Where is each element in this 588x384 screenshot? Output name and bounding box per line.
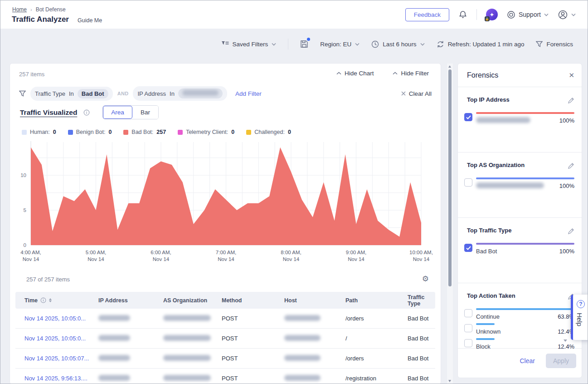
- checkbox[interactable]: [464, 309, 472, 317]
- legend-swatch: [178, 130, 183, 135]
- scrollbar-up-arrow[interactable]: [448, 65, 451, 68]
- svg-text:10: 10: [20, 172, 26, 178]
- table-row[interactable]: Nov 14 2025, 10:05:0... POST /orders Bad…: [15, 309, 435, 329]
- close-icon[interactable]: ✕: [569, 71, 574, 79]
- table-row[interactable]: Nov 14 2025, 10:05:07... POST /orders Ba…: [15, 349, 435, 369]
- scroll-down-indicator-icon[interactable]: [564, 340, 567, 342]
- checkbox[interactable]: [464, 244, 472, 252]
- legend-item-human[interactable]: Human: 0: [22, 129, 56, 135]
- guide-me-link[interactable]: Guide Me: [78, 17, 102, 24]
- sort-icon[interactable]: [49, 298, 52, 302]
- legend-item-telemetry-client[interactable]: Telemetry Client: 0: [178, 129, 234, 135]
- breadcrumb-current: Bot Defense: [36, 6, 66, 13]
- apply-button[interactable]: Apply: [546, 354, 576, 368]
- filter-connector: AND: [117, 91, 129, 96]
- edit-pencil-icon[interactable]: [568, 162, 574, 169]
- clear-button[interactable]: Clear: [520, 357, 535, 364]
- filter-chip-traffic-type[interactable]: Traffic Type In Bad Bot: [30, 87, 113, 101]
- support-menu[interactable]: Support: [507, 10, 549, 19]
- forensics-footer: Clear Apply: [458, 349, 582, 373]
- redacted-host: [284, 375, 321, 381]
- chip-value[interactable]: Bad Bot: [78, 89, 108, 98]
- breadcrumb-home-link[interactable]: Home: [12, 6, 27, 13]
- edit-pencil-icon[interactable]: [568, 228, 574, 235]
- svg-text:Nov 14: Nov 14: [87, 256, 104, 262]
- section-title: Top Action Taken: [464, 292, 574, 299]
- forensics-label: Forensics: [546, 41, 573, 48]
- legend-item-benign-bot[interactable]: Benign Bot: 0: [68, 129, 112, 135]
- checkbox[interactable]: [464, 339, 472, 347]
- time-link[interactable]: Nov 14 2025, 10:05:07...: [24, 355, 98, 362]
- filter-chip-ip-address[interactable]: IP Address In: [133, 86, 227, 101]
- checkbox[interactable]: [464, 113, 472, 121]
- info-icon[interactable]: [40, 297, 46, 303]
- redacted-ip: [98, 375, 130, 381]
- traffic-analyzer-panel: 257 items Hide Chart Hide Filter Traffic…: [10, 63, 441, 384]
- scrollbar-down-arrow[interactable]: [448, 380, 451, 382]
- legend-swatch: [246, 130, 251, 135]
- column-header-path[interactable]: Path: [345, 297, 408, 304]
- clear-all-button[interactable]: Clear All: [401, 90, 432, 97]
- saved-filters-dropdown[interactable]: Saved Filters: [222, 41, 277, 48]
- feedback-button[interactable]: Feedback: [405, 8, 449, 21]
- traffic-visualized-title[interactable]: Traffic Visualized: [20, 108, 77, 117]
- chevron-down-icon: [272, 43, 276, 46]
- column-header-ip[interactable]: IP Address: [98, 297, 163, 304]
- forensics-toggle-button[interactable]: Forensics: [536, 41, 573, 48]
- method-cell: POST: [222, 355, 284, 362]
- legend-label: Human:: [30, 129, 50, 135]
- hide-chart-button[interactable]: Hide Chart: [336, 70, 374, 77]
- column-header-time[interactable]: Time: [24, 297, 98, 304]
- column-header-method[interactable]: Method: [222, 297, 284, 304]
- table-settings-gear-icon[interactable]: ⚙: [422, 274, 429, 284]
- column-header-traffic-type[interactable]: Traffic Type: [408, 294, 435, 307]
- edit-pencil-icon[interactable]: [568, 97, 574, 104]
- forensics-panel: Forensics ✕ Top IP Address 100% Top AS O…: [457, 63, 582, 378]
- region-label: Region: EU: [320, 41, 351, 48]
- traffic-type-cell: Bad Bot: [408, 355, 435, 362]
- traffic-area-chart[interactable]: 05104:00 AM,Nov 145:00 AM,Nov 146:00 AM,…: [10, 137, 442, 266]
- funnel-icon: [536, 41, 543, 48]
- chart-type-bar-button[interactable]: Bar: [132, 106, 158, 119]
- add-filter-button[interactable]: Add Filter: [235, 90, 262, 97]
- breadcrumb-separator-icon: ›: [30, 7, 32, 12]
- time-range-dropdown[interactable]: Last 6 hours: [371, 40, 424, 48]
- refresh-button[interactable]: Refresh: Updated 1 min ago: [437, 40, 525, 48]
- chart-type-area-button[interactable]: Area: [103, 106, 132, 119]
- column-header-as-org[interactable]: AS Organization: [163, 297, 222, 304]
- table-row[interactable]: Nov 14 2025, 10:05:0... POST / Bad Bot: [15, 329, 435, 349]
- svg-text:10:00 AM,: 10:00 AM,: [409, 250, 433, 255]
- forensics-section-top-ip: Top IP Address 100%: [458, 87, 582, 153]
- table-row[interactable]: Nov 14 2025, 9:56:13.... POST /registrat…: [15, 369, 435, 384]
- time-link[interactable]: Nov 14 2025, 10:05:0...: [24, 335, 98, 342]
- account-menu[interactable]: [558, 10, 576, 20]
- legend-item-bad-bot[interactable]: Bad Bot: 257: [123, 129, 166, 135]
- time-link[interactable]: Nov 14 2025, 9:56:13....: [24, 375, 98, 382]
- column-header-host[interactable]: Host: [284, 297, 345, 304]
- checkbox[interactable]: [464, 178, 472, 187]
- value-label: Bad Bot: [476, 248, 497, 255]
- chip-value-redacted[interactable]: [178, 89, 223, 98]
- forensics-section-top-as-org: Top AS Organization 100%: [458, 153, 582, 218]
- time-link[interactable]: Nov 14 2025, 10:05:0...: [24, 315, 98, 322]
- ai-assistant-icon[interactable]: ✦🔒: [486, 9, 498, 20]
- vertical-scrollbar[interactable]: [447, 64, 453, 384]
- save-filter-button[interactable]: [300, 40, 308, 48]
- info-icon[interactable]: [83, 109, 90, 116]
- legend-label: Benign Bot:: [76, 129, 106, 135]
- legend-label: Telemetry Client:: [186, 129, 228, 135]
- checkbox[interactable]: [464, 324, 472, 332]
- legend-swatch: [68, 130, 73, 135]
- legend-label: Bad Bot:: [131, 129, 153, 135]
- notifications-bell-icon[interactable]: [458, 10, 467, 19]
- scrollbar-thumb[interactable]: [448, 69, 452, 286]
- unsaved-indicator-dot: [307, 38, 310, 41]
- region-dropdown[interactable]: Region: EU: [320, 41, 360, 48]
- legend-item-challenged[interactable]: Challenged: 0: [246, 129, 291, 135]
- svg-text:Nov 14: Nov 14: [218, 256, 234, 262]
- close-icon: [401, 91, 406, 96]
- hide-filter-button[interactable]: Hide Filter: [393, 70, 429, 77]
- account-icon: [558, 10, 568, 20]
- redacted-ip: [476, 117, 530, 123]
- help-tab[interactable]: ? Help: [571, 295, 588, 340]
